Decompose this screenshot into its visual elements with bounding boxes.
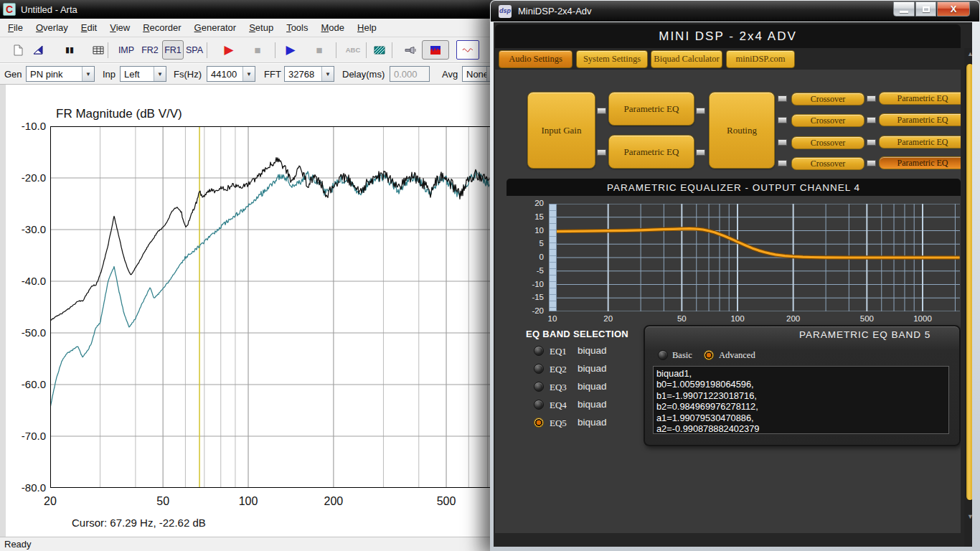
fft-select[interactable]: 32768▼ — [284, 66, 334, 82]
menu-recorder[interactable]: Recorder — [136, 19, 187, 36]
tab-minidsp-com[interactable]: miniDSP.com — [726, 50, 795, 68]
mode-radio-advanced[interactable] — [704, 350, 714, 360]
record-button[interactable]: ▶ — [218, 40, 240, 60]
crossover-button-3[interactable]: Crossover — [791, 136, 864, 149]
menu-setup[interactable]: Setup — [242, 19, 280, 36]
minidsp-window: dsp MiniDSP-2x4-Adv X MINI DSP - 2x4 ADV… — [490, 0, 980, 551]
fr1-mode-button[interactable]: FR1 — [162, 40, 184, 60]
fr2-mode-button[interactable]: FR2 — [139, 40, 161, 60]
table-icon[interactable] — [88, 40, 108, 60]
eq-response-plot[interactable] — [549, 204, 960, 311]
connector-node — [867, 160, 876, 166]
eq-band-radio-eq2[interactable] — [534, 364, 544, 374]
y-tick-label: -10.0 — [9, 120, 46, 132]
abc-annotate-button[interactable]: ABC — [341, 40, 365, 60]
output-parametric-eq-button-4[interactable]: Parametric EQ — [879, 156, 961, 169]
gen-select[interactable]: PN pink▼ — [26, 66, 95, 82]
arta-menubar: FileOverlayEditViewRecorderGeneratorSetu… — [0, 19, 495, 37]
crossover-button-4[interactable]: Crossover — [791, 157, 864, 170]
input-parametric-eq-block-1[interactable]: Parametric EQ — [608, 92, 694, 126]
menu-tools[interactable]: Tools — [280, 19, 314, 36]
fs-select[interactable]: 44100▼ — [207, 66, 255, 82]
eq-x-tick-label: 20 — [603, 314, 613, 323]
fr-magnitude-plot[interactable] — [50, 126, 490, 488]
input-gain-block[interactable]: Input Gain — [527, 92, 595, 169]
menu-edit[interactable]: Edit — [75, 19, 103, 36]
menu-mode[interactable]: Mode — [315, 19, 352, 36]
spectrum-icon[interactable] — [422, 40, 449, 60]
stripes-icon[interactable] — [370, 40, 389, 60]
imp-mode-button[interactable]: IMP — [115, 40, 138, 60]
vertical-scrollbar[interactable]: ▲ ▼ — [964, 48, 972, 547]
toolbar-separator — [275, 42, 275, 58]
output-parametric-eq-button-3[interactable]: Parametric EQ — [879, 136, 961, 149]
input-parametric-eq-block-2[interactable]: Parametric EQ — [608, 135, 694, 169]
eq-band-label-eq2: EQ2 — [550, 364, 567, 375]
eq-band-type: biquad — [578, 345, 607, 356]
scroll-down-icon[interactable]: ▼ — [967, 513, 972, 520]
chevron-down-icon[interactable]: ▼ — [321, 67, 334, 81]
output-parametric-eq-button-1[interactable]: Parametric EQ — [879, 92, 961, 105]
output-parametric-eq-button-2[interactable]: Parametric EQ — [879, 113, 961, 126]
x-tick-label: 20 — [44, 495, 57, 508]
chevron-down-icon[interactable]: ▼ — [154, 67, 166, 81]
desktop: C Untitled - Arta FileOverlayEditViewRec… — [0, 0, 980, 551]
y-tick-label: -60.0 — [9, 378, 46, 390]
spa-mode-button[interactable]: SPA — [184, 40, 205, 60]
eq-band-radio-eq3[interactable] — [534, 382, 544, 392]
menu-file[interactable]: File — [1, 19, 29, 36]
avg-label: Avg — [442, 69, 458, 80]
eq-band-type: biquad — [578, 417, 607, 428]
tab-audio-settings[interactable]: Audio Settings — [499, 50, 573, 68]
eq-band-radio-eq4[interactable] — [534, 400, 544, 410]
eq-x-tick-label: 100 — [730, 314, 744, 323]
y-tick-label: -80.0 — [9, 481, 46, 494]
menu-view[interactable]: View — [103, 19, 136, 36]
eq-band-radio-eq5[interactable] — [534, 418, 544, 428]
tab-system-settings[interactable]: System Settings — [576, 50, 648, 68]
menu-overlay[interactable]: Overlay — [29, 19, 75, 36]
tab-biquad-calculator[interactable]: Biquad Calculator — [651, 50, 722, 68]
minimize-button[interactable] — [893, 1, 915, 17]
avg-select-value: None — [463, 69, 486, 80]
new-file-icon[interactable] — [8, 40, 28, 60]
chevron-down-icon[interactable]: ▼ — [82, 67, 94, 81]
routing-block[interactable]: Routing — [709, 92, 775, 169]
probe-flashlight-icon[interactable] — [400, 40, 420, 60]
maximize-icon — [923, 6, 930, 12]
arta-titlebar[interactable]: C Untitled - Arta — [0, 0, 495, 19]
x-tick-label: 500 — [437, 495, 456, 508]
mode-radio-basic[interactable] — [658, 350, 668, 360]
menu-generator[interactable]: Generator — [188, 19, 243, 36]
stop-record-button[interactable]: ■ — [248, 40, 267, 60]
eq-band-label-eq3: EQ3 — [550, 382, 567, 393]
overlay-pen-icon[interactable] — [28, 40, 48, 60]
connector-node — [778, 139, 787, 146]
stop-play-button[interactable]: ■ — [310, 40, 329, 60]
eq-band-type: biquad — [578, 399, 607, 410]
fft-label: FFT — [264, 69, 281, 80]
scroll-up-icon[interactable]: ▲ — [967, 50, 972, 57]
eq-gain-slider[interactable] — [549, 204, 557, 311]
fft-select-value: 32768 — [285, 69, 321, 80]
parametric-eq-band-panel: PARAMETRIC EQ BAND 5 biquad1, b0=1.00599… — [644, 325, 961, 446]
crossover-button-2[interactable]: Crossover — [791, 114, 864, 127]
vertical-scroll-thumb[interactable] — [966, 63, 973, 501]
chevron-down-icon[interactable]: ▼ — [242, 67, 255, 81]
y-tick-label: -20.0 — [9, 171, 46, 184]
connector-node — [696, 108, 705, 114]
maximize-button[interactable] — [915, 1, 936, 17]
menu-help[interactable]: Help — [351, 19, 383, 36]
close-button[interactable]: X — [937, 1, 970, 17]
delay-input[interactable]: 0.000 — [390, 66, 430, 82]
eq-band-radio-eq1[interactable] — [534, 346, 544, 356]
inp-select[interactable]: Left▼ — [120, 66, 166, 82]
play-button[interactable]: ▶ — [280, 40, 301, 60]
pause-icon[interactable]: ▮▮ — [60, 40, 80, 60]
eq-x-tick-label: 500 — [860, 314, 874, 323]
arta-app-icon: C — [3, 3, 16, 16]
biquad-coefficients-textbox[interactable]: biquad1, b0=1.00599198064596, b1=-1.9907… — [653, 366, 949, 434]
y-tick-label: -50.0 — [9, 326, 46, 339]
sine-generator-icon[interactable] — [456, 40, 479, 60]
crossover-button-1[interactable]: Crossover — [791, 93, 864, 105]
